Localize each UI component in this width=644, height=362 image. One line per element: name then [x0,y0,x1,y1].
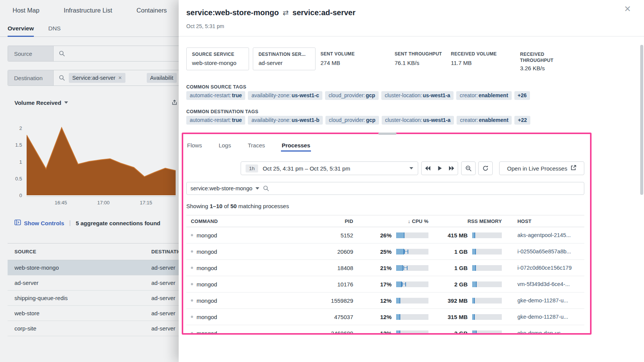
tag-more-count[interactable]: +26 [514,91,530,100]
process-row[interactable]: mongod1840821%1 GBi-072c0d60ce156c179 [186,260,584,276]
process-rss-value: 415 MB [447,232,468,239]
nav-infrastructure-list[interactable]: Infrastructure List [64,7,112,14]
tag-key: availability-zone: [251,93,291,98]
metric-summary-row: SOURCE SERVICE web-store-mongo DESTINATI… [186,47,570,71]
tab-logs[interactable]: Logs [218,139,232,152]
process-rss-value: 392 MB [447,297,468,304]
export-icon[interactable] [171,99,178,106]
metric-value: 11.7 MB [451,60,516,66]
search-icon [59,51,65,57]
tab-dns[interactable]: DNS [48,21,61,36]
filter-tag-text: Service:ad-server [72,75,116,81]
process-search-scope[interactable]: service:web-store-mongo [190,185,259,191]
process-command-cell: mongod [186,330,299,334]
column-source[interactable]: SOURCE [8,249,144,255]
process-cpu-value: 12% [380,297,392,304]
tag-pill[interactable]: availability-zone:us-west1-b [248,116,323,125]
results-summary: Showing 1–10 of 50 matching processes [186,203,289,209]
process-row[interactable]: mongod47503712%315 MBgke-demo-11287-u... [186,309,584,325]
close-icon[interactable]: ✕ [622,5,633,14]
chevron-down-icon [409,167,413,169]
process-table: COMMAND PID ↓CPU % RSS MEMORY HOST mongo… [186,215,584,333]
cpu-bar [396,265,428,271]
process-row[interactable]: mongod2060925%1 GBi-02550a65e857a8b... [186,243,584,260]
chevron-down-icon [64,101,68,104]
scrollbar-thumb[interactable] [640,45,643,195]
panel-scrollbar[interactable] [640,0,643,362]
nav-host-map[interactable]: Host Map [13,7,40,14]
column-cpu[interactable]: ↓CPU % [356,218,432,224]
panel-title-source: service:web-store-mongo [186,8,279,17]
cpu-bar-fill [396,330,400,334]
rss-bar-fill [472,330,476,334]
tab-flows[interactable]: Flows [186,139,203,152]
process-search-bar[interactable]: service:web-store-mongo [186,182,584,195]
process-row[interactable]: mongod246868912%2 GBgke-demo-dan-us... [186,325,584,333]
top-nav: Host Map Infrastructure List Containers [0,0,167,21]
process-row[interactable]: mongod515226%415 MBaks-agentpool-2145... [186,227,584,243]
metric-source-service[interactable]: SOURCE SERVICE web-store-mongo [186,47,249,70]
process-rss-cell: 1 GB [432,248,512,255]
rewind-icon[interactable] [422,162,434,175]
external-link-icon [571,165,576,172]
tab-processes[interactable]: Processes [281,139,311,152]
tag-pill[interactable]: automatic-restart:true [186,91,245,100]
availability-filter-tag[interactable]: Availabilit [147,73,177,83]
time-range-picker[interactable]: 1h Oct 25, 4:31 pm – Oct 25, 5:31 pm [241,161,418,175]
tab-traces[interactable]: Traces [247,139,266,152]
destination-filter-tag[interactable]: Service:ad-server ✕ [69,73,125,83]
metric-sent-volume: SENT VOLUME 274 MB [320,47,389,66]
cpu-bar-fill [396,314,400,320]
play-icon[interactable] [434,162,446,175]
metric-received-volume: RECEIVED VOLUME 11.7 MB [451,47,516,66]
column-rss-memory[interactable]: RSS MEMORY [432,218,512,224]
fast-forward-icon[interactable] [446,162,458,175]
tag-pill[interactable]: cluster-location:us-west1-a [382,116,454,125]
process-cpu-cell: 12% [356,314,432,320]
close-icon[interactable]: ✕ [118,75,122,81]
screen: Host Map Infrastructure List Containers … [0,0,644,362]
connection-source: web-store [8,310,144,316]
nav-containers[interactable]: Containers [136,7,167,14]
metric-label: RECEIVED THROUGHPUT [520,51,570,63]
divider: | [69,219,71,227]
process-command-cell: mongod [186,265,299,271]
zoom-out-icon[interactable] [461,161,476,175]
tag-pill[interactable]: cluster-location:us-west1-a [381,91,454,100]
chevron-down-icon [255,187,259,190]
tag-pill[interactable]: creator:enablement [456,91,511,100]
column-command[interactable]: COMMAND [186,218,299,224]
rss-bar [472,314,502,320]
tag-key: automatic-restart: [190,93,231,98]
process-command: mongod [197,330,217,334]
cpu-bar-whisker [402,282,406,286]
show-controls-link[interactable]: Show Controls [14,220,64,226]
process-host: aks-agentpool-2145... [512,232,584,238]
tag-pill[interactable]: cloud_provider:gcp [325,91,379,100]
process-row[interactable]: mongod1017617%2 GBvm-5f349d3d-6ce4-... [186,276,584,292]
cpu-bar-fill [396,298,400,304]
process-status-dot [191,267,193,269]
column-pid[interactable]: PID [299,218,356,224]
metric-value: 76.1 KB/s [395,60,448,66]
tag-pill[interactable]: automatic-restart:true [186,116,245,125]
column-cpu-label: CPU % [412,218,428,224]
process-host: i-02550a65e857a8b... [512,248,584,255]
tab-overview[interactable]: Overview [8,21,34,36]
tag-pill[interactable]: availability-zone:us-west1-c [248,91,322,100]
drag-handle[interactable] [378,133,397,135]
tag-pill[interactable]: cloud_provider:gcp [325,116,379,125]
process-rss-value: 1 GB [454,265,468,271]
panel-expand-icon [14,220,21,226]
metric-destination-service[interactable]: DESTINATION SER... ad-server [253,47,316,70]
process-row[interactable]: mongod155982912%392 MBgke-demo-11287-u..… [186,292,584,309]
rss-bar-fill [472,281,476,287]
metric-dropdown[interactable]: Volume Received [14,100,68,106]
process-command: mongod [197,232,217,239]
column-host[interactable]: HOST [512,218,584,224]
tag-pill[interactable]: creator:enablement [457,116,512,125]
y-axis-tick: 1 [0,159,22,165]
tag-more-count[interactable]: +22 [514,116,530,125]
refresh-icon[interactable] [478,161,493,175]
open-in-live-processes-button[interactable]: Open in Live Processes [499,161,584,175]
